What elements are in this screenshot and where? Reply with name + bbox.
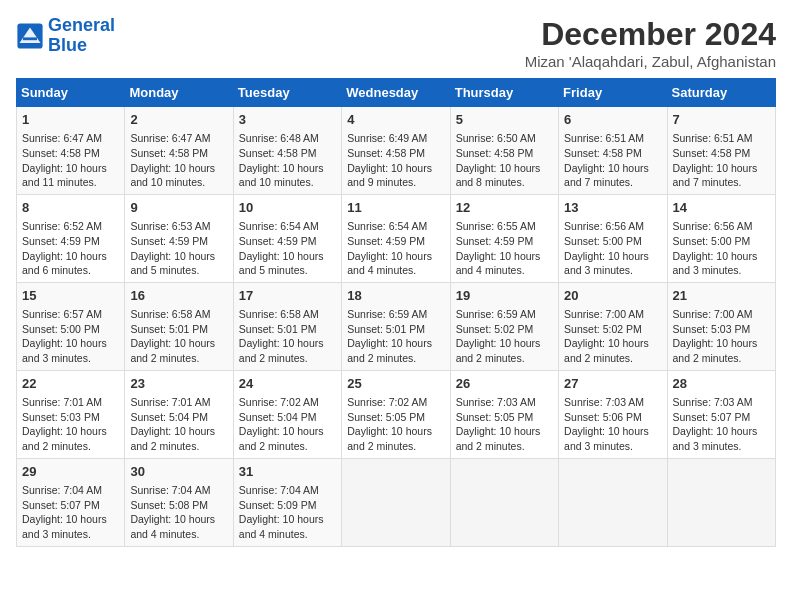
day-content: Sunrise: 7:03 AMSunset: 5:05 PMDaylight:… — [456, 395, 553, 454]
day-number: 30 — [130, 463, 227, 481]
logo: General Blue — [16, 16, 115, 56]
calendar-table: SundayMondayTuesdayWednesdayThursdayFrid… — [16, 78, 776, 547]
day-content: Sunrise: 7:03 AMSunset: 5:06 PMDaylight:… — [564, 395, 661, 454]
day-content: Sunrise: 7:03 AMSunset: 5:07 PMDaylight:… — [673, 395, 770, 454]
calendar-subtitle: Mizan 'Alaqahdari, Zabul, Afghanistan — [525, 53, 776, 70]
day-content: Sunrise: 6:51 AMSunset: 4:58 PMDaylight:… — [564, 131, 661, 190]
day-content: Sunrise: 7:01 AMSunset: 5:03 PMDaylight:… — [22, 395, 119, 454]
calendar-day-26: 26Sunrise: 7:03 AMSunset: 5:05 PMDayligh… — [450, 370, 558, 458]
day-number: 2 — [130, 111, 227, 129]
day-number: 22 — [22, 375, 119, 393]
day-content: Sunrise: 6:47 AMSunset: 4:58 PMDaylight:… — [22, 131, 119, 190]
calendar-day-31: 31Sunrise: 7:04 AMSunset: 5:09 PMDayligh… — [233, 458, 341, 546]
day-content: Sunrise: 7:02 AMSunset: 5:04 PMDaylight:… — [239, 395, 336, 454]
weekday-header-sunday: Sunday — [17, 79, 125, 107]
calendar-day-18: 18Sunrise: 6:59 AMSunset: 5:01 PMDayligh… — [342, 282, 450, 370]
day-content: Sunrise: 7:04 AMSunset: 5:07 PMDaylight:… — [22, 483, 119, 542]
calendar-day-19: 19Sunrise: 6:59 AMSunset: 5:02 PMDayligh… — [450, 282, 558, 370]
day-number: 18 — [347, 287, 444, 305]
calendar-day-28: 28Sunrise: 7:03 AMSunset: 5:07 PMDayligh… — [667, 370, 775, 458]
day-number: 13 — [564, 199, 661, 217]
calendar-day-4: 4Sunrise: 6:49 AMSunset: 4:58 PMDaylight… — [342, 107, 450, 195]
day-content: Sunrise: 7:00 AMSunset: 5:03 PMDaylight:… — [673, 307, 770, 366]
day-content: Sunrise: 6:58 AMSunset: 5:01 PMDaylight:… — [239, 307, 336, 366]
calendar-day-9: 9Sunrise: 6:53 AMSunset: 4:59 PMDaylight… — [125, 194, 233, 282]
empty-cell — [559, 458, 667, 546]
calendar-week-4: 22Sunrise: 7:01 AMSunset: 5:03 PMDayligh… — [17, 370, 776, 458]
day-number: 6 — [564, 111, 661, 129]
day-number: 28 — [673, 375, 770, 393]
day-content: Sunrise: 6:52 AMSunset: 4:59 PMDaylight:… — [22, 219, 119, 278]
calendar-day-2: 2Sunrise: 6:47 AMSunset: 4:58 PMDaylight… — [125, 107, 233, 195]
calendar-day-10: 10Sunrise: 6:54 AMSunset: 4:59 PMDayligh… — [233, 194, 341, 282]
calendar-day-27: 27Sunrise: 7:03 AMSunset: 5:06 PMDayligh… — [559, 370, 667, 458]
calendar-day-12: 12Sunrise: 6:55 AMSunset: 4:59 PMDayligh… — [450, 194, 558, 282]
calendar-day-23: 23Sunrise: 7:01 AMSunset: 5:04 PMDayligh… — [125, 370, 233, 458]
calendar-day-21: 21Sunrise: 7:00 AMSunset: 5:03 PMDayligh… — [667, 282, 775, 370]
day-content: Sunrise: 6:50 AMSunset: 4:58 PMDaylight:… — [456, 131, 553, 190]
day-content: Sunrise: 6:55 AMSunset: 4:59 PMDaylight:… — [456, 219, 553, 278]
calendar-day-16: 16Sunrise: 6:58 AMSunset: 5:01 PMDayligh… — [125, 282, 233, 370]
day-number: 25 — [347, 375, 444, 393]
day-content: Sunrise: 6:53 AMSunset: 4:59 PMDaylight:… — [130, 219, 227, 278]
day-number: 19 — [456, 287, 553, 305]
day-content: Sunrise: 7:04 AMSunset: 5:09 PMDaylight:… — [239, 483, 336, 542]
calendar-day-6: 6Sunrise: 6:51 AMSunset: 4:58 PMDaylight… — [559, 107, 667, 195]
day-number: 15 — [22, 287, 119, 305]
day-content: Sunrise: 6:49 AMSunset: 4:58 PMDaylight:… — [347, 131, 444, 190]
weekday-header-saturday: Saturday — [667, 79, 775, 107]
logo-icon — [16, 22, 44, 50]
calendar-day-24: 24Sunrise: 7:02 AMSunset: 5:04 PMDayligh… — [233, 370, 341, 458]
calendar-week-1: 1Sunrise: 6:47 AMSunset: 4:58 PMDaylight… — [17, 107, 776, 195]
calendar-day-30: 30Sunrise: 7:04 AMSunset: 5:08 PMDayligh… — [125, 458, 233, 546]
weekday-header-monday: Monday — [125, 79, 233, 107]
svg-rect-2 — [23, 37, 37, 40]
weekday-header-row: SundayMondayTuesdayWednesdayThursdayFrid… — [17, 79, 776, 107]
calendar-day-25: 25Sunrise: 7:02 AMSunset: 5:05 PMDayligh… — [342, 370, 450, 458]
calendar-day-1: 1Sunrise: 6:47 AMSunset: 4:58 PMDaylight… — [17, 107, 125, 195]
calendar-day-11: 11Sunrise: 6:54 AMSunset: 4:59 PMDayligh… — [342, 194, 450, 282]
weekday-header-friday: Friday — [559, 79, 667, 107]
calendar-title: December 2024 — [525, 16, 776, 53]
day-number: 10 — [239, 199, 336, 217]
day-number: 12 — [456, 199, 553, 217]
day-number: 20 — [564, 287, 661, 305]
day-number: 16 — [130, 287, 227, 305]
calendar-day-20: 20Sunrise: 7:00 AMSunset: 5:02 PMDayligh… — [559, 282, 667, 370]
day-content: Sunrise: 6:48 AMSunset: 4:58 PMDaylight:… — [239, 131, 336, 190]
calendar-day-22: 22Sunrise: 7:01 AMSunset: 5:03 PMDayligh… — [17, 370, 125, 458]
day-number: 4 — [347, 111, 444, 129]
weekday-header-thursday: Thursday — [450, 79, 558, 107]
calendar-day-8: 8Sunrise: 6:52 AMSunset: 4:59 PMDaylight… — [17, 194, 125, 282]
day-content: Sunrise: 6:59 AMSunset: 5:02 PMDaylight:… — [456, 307, 553, 366]
weekday-header-wednesday: Wednesday — [342, 79, 450, 107]
day-number: 31 — [239, 463, 336, 481]
day-content: Sunrise: 6:56 AMSunset: 5:00 PMDaylight:… — [673, 219, 770, 278]
day-content: Sunrise: 6:57 AMSunset: 5:00 PMDaylight:… — [22, 307, 119, 366]
day-content: Sunrise: 7:00 AMSunset: 5:02 PMDaylight:… — [564, 307, 661, 366]
day-number: 7 — [673, 111, 770, 129]
calendar-week-3: 15Sunrise: 6:57 AMSunset: 5:00 PMDayligh… — [17, 282, 776, 370]
calendar-day-5: 5Sunrise: 6:50 AMSunset: 4:58 PMDaylight… — [450, 107, 558, 195]
day-content: Sunrise: 6:51 AMSunset: 4:58 PMDaylight:… — [673, 131, 770, 190]
day-number: 1 — [22, 111, 119, 129]
day-number: 23 — [130, 375, 227, 393]
day-content: Sunrise: 6:54 AMSunset: 4:59 PMDaylight:… — [239, 219, 336, 278]
calendar-day-14: 14Sunrise: 6:56 AMSunset: 5:00 PMDayligh… — [667, 194, 775, 282]
calendar-day-29: 29Sunrise: 7:04 AMSunset: 5:07 PMDayligh… — [17, 458, 125, 546]
day-number: 17 — [239, 287, 336, 305]
day-content: Sunrise: 6:47 AMSunset: 4:58 PMDaylight:… — [130, 131, 227, 190]
day-content: Sunrise: 6:56 AMSunset: 5:00 PMDaylight:… — [564, 219, 661, 278]
title-block: December 2024 Mizan 'Alaqahdari, Zabul, … — [525, 16, 776, 70]
weekday-header-tuesday: Tuesday — [233, 79, 341, 107]
calendar-day-13: 13Sunrise: 6:56 AMSunset: 5:00 PMDayligh… — [559, 194, 667, 282]
calendar-day-7: 7Sunrise: 6:51 AMSunset: 4:58 PMDaylight… — [667, 107, 775, 195]
day-number: 3 — [239, 111, 336, 129]
day-content: Sunrise: 6:59 AMSunset: 5:01 PMDaylight:… — [347, 307, 444, 366]
day-content: Sunrise: 6:54 AMSunset: 4:59 PMDaylight:… — [347, 219, 444, 278]
day-content: Sunrise: 7:01 AMSunset: 5:04 PMDaylight:… — [130, 395, 227, 454]
empty-cell — [342, 458, 450, 546]
day-number: 27 — [564, 375, 661, 393]
day-number: 5 — [456, 111, 553, 129]
page-header: General Blue December 2024 Mizan 'Alaqah… — [16, 16, 776, 70]
